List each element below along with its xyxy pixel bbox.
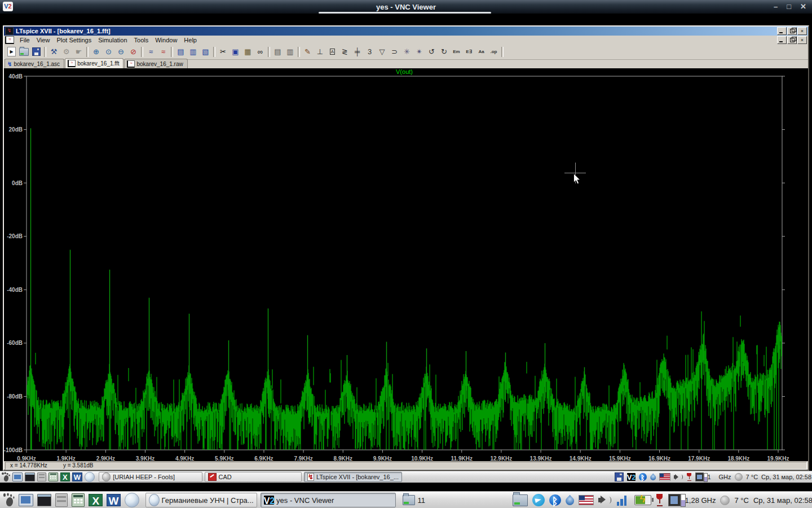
web-browser-launcher-icon[interactable] (125, 493, 139, 507)
excel-launcher-icon[interactable]: X (60, 472, 70, 481)
text-icon[interactable]: Aa (475, 46, 487, 58)
tray-water-drop-icon[interactable] (563, 495, 575, 507)
autorange-icon[interactable]: ≈ (145, 46, 157, 58)
file-manager-launcher-icon[interactable] (12, 472, 23, 481)
redo-icon[interactable]: ↻ (438, 46, 450, 58)
zoom-back-icon[interactable]: ⊙ (103, 46, 114, 58)
control-panel-icon[interactable]: ⚒ (48, 46, 60, 58)
tile-vertical-icon[interactable]: ▥ (187, 46, 199, 58)
drag-icon[interactable]: ✴ (413, 46, 425, 58)
taskbar-task-yes-vnc-viewer[interactable]: V2yes - VNC Viewer (261, 493, 396, 507)
weather-icon[interactable] (735, 473, 743, 481)
zoom-out-icon[interactable]: ⊖ (115, 46, 127, 58)
ground-icon[interactable]: ⊥ (314, 46, 326, 58)
clock[interactable]: Ср, 31 мар, 02:58 (753, 496, 812, 505)
mirror-icon[interactable]: Em (451, 46, 462, 58)
plot-settings-icon[interactable]: ≈ (157, 46, 169, 58)
open-icon[interactable] (18, 46, 30, 58)
excel-launcher-icon[interactable]: X (89, 494, 103, 507)
vnc-maximize-button[interactable]: □ (787, 0, 791, 14)
fft-plot-area[interactable]: 40dB20dB0dB-20dB-40dB-60dB-80dB-100dB0.9… (4, 68, 808, 461)
fft-plot-svg[interactable]: 40dB20dB0dB-20dB-40dB-60dB-80dB-100dB0.9… (4, 68, 807, 461)
file-cabinet-launcher-icon[interactable] (55, 493, 68, 507)
taskbar-task-11[interactable]: 11 (399, 493, 445, 507)
tray-wine-icon[interactable] (656, 494, 663, 506)
ltspice-restore-button[interactable] (787, 27, 797, 35)
tray-wine-icon[interactable] (687, 473, 692, 481)
copy-icon[interactable]: ▣ (230, 46, 241, 58)
tray-bluetooth-icon[interactable]: ᛒ (549, 494, 561, 506)
tray-volume-icon[interactable] (598, 495, 612, 506)
tray-signal-icon[interactable] (617, 495, 630, 506)
menu-plot-settings[interactable]: Plot Settings (53, 36, 95, 44)
zoom-in-icon[interactable]: ⊕ (90, 46, 102, 58)
inductor-icon[interactable]: 3 (364, 46, 376, 58)
tray-bluetooth-icon[interactable]: ᛒ (639, 473, 647, 481)
ltspice-minimize-button[interactable] (777, 27, 787, 35)
menu-file[interactable]: File (16, 36, 33, 44)
gnome-menu-button[interactable] (2, 472, 11, 482)
menu-help[interactable]: Help (180, 36, 200, 44)
draw-wire-icon[interactable]: ✎ (302, 46, 314, 58)
clock[interactable]: Ср, 31 мар, 02:58 (761, 474, 811, 480)
tray-floppy-icon[interactable] (615, 472, 624, 481)
tray-cpu-chip-icon[interactable] (695, 472, 704, 481)
spice-directive-icon[interactable]: .op (488, 46, 500, 58)
tab-bokarev_16_1.asc[interactable]: ↯bokarev_16_1.asc (5, 59, 64, 68)
ltspice-titlebar[interactable]: ↯ LTspice XVII - [bokarev_16_1.fft] × (4, 27, 808, 36)
diode-icon[interactable]: ▽ (376, 46, 388, 58)
vnc-minimize-button[interactable]: – (774, 0, 778, 14)
file-manager-launcher-icon[interactable] (19, 494, 33, 506)
terminal-launcher-icon[interactable] (37, 494, 51, 506)
tray-us-flag-icon[interactable] (659, 473, 670, 480)
menu-view[interactable]: View (33, 36, 54, 44)
taskbar-task-ltspice-xvii-bokarev-16-[interactable]: ↯LTspice XVII - [bokarev_16_... (304, 472, 402, 482)
mdi-restore-button[interactable] (787, 36, 797, 44)
weather-icon[interactable] (720, 496, 730, 505)
cascade-icon[interactable]: ▧ (200, 46, 211, 58)
ltspice-close-button[interactable]: × (797, 27, 807, 35)
tray-telegram-icon[interactable] (532, 494, 545, 506)
undo-icon[interactable]: ↺ (426, 46, 438, 58)
print-preview-icon[interactable]: ▥ (284, 46, 296, 58)
paste-icon[interactable]: ▦ (242, 46, 254, 58)
tile-horizontal-icon[interactable]: ▤ (175, 46, 187, 58)
resistor-icon[interactable]: ≷ (339, 46, 351, 58)
move-icon[interactable]: ✳ (401, 46, 413, 58)
taskbar-task--[interactable]: Германиевые УНЧ | Стра... (145, 493, 257, 507)
cut-icon[interactable]: ✂ (217, 46, 229, 58)
rotate-icon[interactable]: E∃ (463, 46, 475, 58)
gnome-menu-button[interactable] (3, 493, 16, 507)
mdi-minimize-button[interactable] (777, 36, 787, 44)
tray-cpu-chip-icon[interactable] (668, 494, 681, 506)
print-icon[interactable]: ▤ (272, 46, 284, 58)
file-cabinet-launcher-icon[interactable] (37, 472, 46, 482)
tray-water-drop-icon[interactable] (649, 474, 657, 482)
net-label-icon[interactable]: A (326, 46, 338, 58)
tray-volume-icon[interactable] (674, 473, 683, 480)
tab-bokarev_16_1.raw[interactable]: ≈bokarev_16_1.raw (124, 59, 187, 68)
tray-folder-transfer-icon[interactable] (513, 494, 528, 506)
taskbar-task--uriah-heep-fools-[interactable]: [URIAH HEEP - Fools] (99, 472, 202, 482)
component-icon[interactable]: ⊃ (389, 46, 400, 58)
vnc-close-button[interactable]: ✕ (800, 0, 806, 14)
zoom-fit-icon[interactable]: ⊘ (127, 46, 139, 58)
terminal-launcher-icon[interactable] (25, 472, 35, 481)
web-browser-launcher-icon[interactable] (85, 472, 95, 482)
word-launcher-icon[interactable]: W (72, 472, 82, 481)
menu-window[interactable]: Window (152, 36, 180, 44)
mdi-close-button[interactable]: × (797, 36, 807, 44)
tray-us-flag-icon[interactable] (579, 495, 594, 505)
capacitor-icon[interactable]: ╪ (351, 46, 363, 58)
save-icon[interactable] (30, 46, 42, 58)
find-icon[interactable]: ∞ (254, 46, 266, 58)
calculator-launcher-icon[interactable] (48, 472, 58, 482)
calculator-launcher-icon[interactable] (72, 493, 85, 507)
run-icon[interactable]: ▶ (6, 46, 17, 58)
taskbar-task-cad[interactable]: CAD (205, 472, 302, 482)
tray-battery-charging-icon[interactable]: ϟ (634, 495, 652, 505)
tray-vnc-icon[interactable]: V2 (627, 473, 636, 481)
tab-bokarev_16_1.fft[interactable]: ≈bokarev_16_1.fft (65, 58, 123, 68)
word-launcher-icon[interactable]: W (107, 494, 121, 507)
menu-simulation[interactable]: Simulation (95, 36, 130, 44)
